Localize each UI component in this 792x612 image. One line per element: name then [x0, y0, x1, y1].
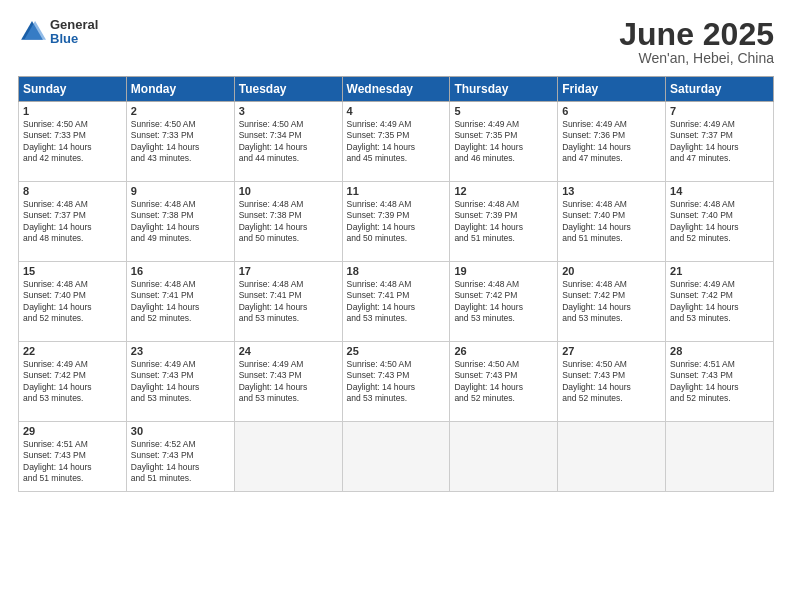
- day-cell: 30Sunrise: 4:52 AM Sunset: 7:43 PM Dayli…: [126, 422, 234, 492]
- day-number: 25: [347, 345, 446, 357]
- day-number: 7: [670, 105, 769, 117]
- day-info: Sunrise: 4:50 AM Sunset: 7:34 PM Dayligh…: [239, 119, 338, 165]
- day-number: 23: [131, 345, 230, 357]
- week-row-1: 1Sunrise: 4:50 AM Sunset: 7:33 PM Daylig…: [19, 102, 774, 182]
- day-cell: 27Sunrise: 4:50 AM Sunset: 7:43 PM Dayli…: [558, 342, 666, 422]
- day-cell: 23Sunrise: 4:49 AM Sunset: 7:43 PM Dayli…: [126, 342, 234, 422]
- day-info: Sunrise: 4:49 AM Sunset: 7:36 PM Dayligh…: [562, 119, 661, 165]
- day-number: 21: [670, 265, 769, 277]
- calendar: SundayMondayTuesdayWednesdayThursdayFrid…: [18, 76, 774, 492]
- day-number: 16: [131, 265, 230, 277]
- day-cell: [342, 422, 450, 492]
- day-cell: 17Sunrise: 4:48 AM Sunset: 7:41 PM Dayli…: [234, 262, 342, 342]
- day-number: 12: [454, 185, 553, 197]
- day-number: 8: [23, 185, 122, 197]
- logo-blue: Blue: [50, 32, 98, 46]
- day-info: Sunrise: 4:48 AM Sunset: 7:42 PM Dayligh…: [562, 279, 661, 325]
- day-cell: 3Sunrise: 4:50 AM Sunset: 7:34 PM Daylig…: [234, 102, 342, 182]
- logo-general: General: [50, 18, 98, 32]
- logo: General Blue: [18, 18, 98, 47]
- day-info: Sunrise: 4:49 AM Sunset: 7:35 PM Dayligh…: [347, 119, 446, 165]
- day-info: Sunrise: 4:48 AM Sunset: 7:40 PM Dayligh…: [23, 279, 122, 325]
- day-cell: 9Sunrise: 4:48 AM Sunset: 7:38 PM Daylig…: [126, 182, 234, 262]
- weekday-header-row: SundayMondayTuesdayWednesdayThursdayFrid…: [19, 77, 774, 102]
- day-info: Sunrise: 4:48 AM Sunset: 7:41 PM Dayligh…: [131, 279, 230, 325]
- day-info: Sunrise: 4:48 AM Sunset: 7:41 PM Dayligh…: [239, 279, 338, 325]
- title-block: June 2025 Wen'an, Hebei, China: [619, 18, 774, 66]
- day-cell: [558, 422, 666, 492]
- day-info: Sunrise: 4:48 AM Sunset: 7:39 PM Dayligh…: [347, 199, 446, 245]
- day-number: 2: [131, 105, 230, 117]
- day-number: 14: [670, 185, 769, 197]
- weekday-saturday: Saturday: [666, 77, 774, 102]
- day-info: Sunrise: 4:48 AM Sunset: 7:41 PM Dayligh…: [347, 279, 446, 325]
- day-info: Sunrise: 4:52 AM Sunset: 7:43 PM Dayligh…: [131, 439, 230, 485]
- day-cell: 5Sunrise: 4:49 AM Sunset: 7:35 PM Daylig…: [450, 102, 558, 182]
- day-info: Sunrise: 4:49 AM Sunset: 7:37 PM Dayligh…: [670, 119, 769, 165]
- day-cell: 1Sunrise: 4:50 AM Sunset: 7:33 PM Daylig…: [19, 102, 127, 182]
- day-number: 1: [23, 105, 122, 117]
- weekday-monday: Monday: [126, 77, 234, 102]
- month-title: June 2025: [619, 18, 774, 50]
- day-info: Sunrise: 4:50 AM Sunset: 7:43 PM Dayligh…: [454, 359, 553, 405]
- day-number: 6: [562, 105, 661, 117]
- day-cell: 2Sunrise: 4:50 AM Sunset: 7:33 PM Daylig…: [126, 102, 234, 182]
- day-number: 26: [454, 345, 553, 357]
- day-cell: 13Sunrise: 4:48 AM Sunset: 7:40 PM Dayli…: [558, 182, 666, 262]
- day-cell: 8Sunrise: 4:48 AM Sunset: 7:37 PM Daylig…: [19, 182, 127, 262]
- day-info: Sunrise: 4:49 AM Sunset: 7:35 PM Dayligh…: [454, 119, 553, 165]
- day-number: 10: [239, 185, 338, 197]
- week-row-3: 15Sunrise: 4:48 AM Sunset: 7:40 PM Dayli…: [19, 262, 774, 342]
- day-number: 13: [562, 185, 661, 197]
- day-info: Sunrise: 4:48 AM Sunset: 7:40 PM Dayligh…: [562, 199, 661, 245]
- day-number: 17: [239, 265, 338, 277]
- day-cell: [450, 422, 558, 492]
- day-info: Sunrise: 4:50 AM Sunset: 7:43 PM Dayligh…: [562, 359, 661, 405]
- day-cell: 18Sunrise: 4:48 AM Sunset: 7:41 PM Dayli…: [342, 262, 450, 342]
- day-info: Sunrise: 4:48 AM Sunset: 7:38 PM Dayligh…: [131, 199, 230, 245]
- weekday-wednesday: Wednesday: [342, 77, 450, 102]
- day-cell: 4Sunrise: 4:49 AM Sunset: 7:35 PM Daylig…: [342, 102, 450, 182]
- day-cell: [666, 422, 774, 492]
- day-cell: 14Sunrise: 4:48 AM Sunset: 7:40 PM Dayli…: [666, 182, 774, 262]
- day-number: 28: [670, 345, 769, 357]
- day-number: 18: [347, 265, 446, 277]
- weekday-sunday: Sunday: [19, 77, 127, 102]
- day-number: 27: [562, 345, 661, 357]
- day-info: Sunrise: 4:49 AM Sunset: 7:43 PM Dayligh…: [131, 359, 230, 405]
- day-cell: 22Sunrise: 4:49 AM Sunset: 7:42 PM Dayli…: [19, 342, 127, 422]
- day-info: Sunrise: 4:50 AM Sunset: 7:33 PM Dayligh…: [131, 119, 230, 165]
- day-info: Sunrise: 4:50 AM Sunset: 7:43 PM Dayligh…: [347, 359, 446, 405]
- day-cell: 29Sunrise: 4:51 AM Sunset: 7:43 PM Dayli…: [19, 422, 127, 492]
- day-info: Sunrise: 4:48 AM Sunset: 7:37 PM Dayligh…: [23, 199, 122, 245]
- day-info: Sunrise: 4:49 AM Sunset: 7:42 PM Dayligh…: [670, 279, 769, 325]
- day-info: Sunrise: 4:49 AM Sunset: 7:42 PM Dayligh…: [23, 359, 122, 405]
- day-cell: 16Sunrise: 4:48 AM Sunset: 7:41 PM Dayli…: [126, 262, 234, 342]
- week-row-5: 29Sunrise: 4:51 AM Sunset: 7:43 PM Dayli…: [19, 422, 774, 492]
- weekday-thursday: Thursday: [450, 77, 558, 102]
- day-cell: 21Sunrise: 4:49 AM Sunset: 7:42 PM Dayli…: [666, 262, 774, 342]
- day-number: 15: [23, 265, 122, 277]
- day-cell: 15Sunrise: 4:48 AM Sunset: 7:40 PM Dayli…: [19, 262, 127, 342]
- week-row-4: 22Sunrise: 4:49 AM Sunset: 7:42 PM Dayli…: [19, 342, 774, 422]
- day-cell: 12Sunrise: 4:48 AM Sunset: 7:39 PM Dayli…: [450, 182, 558, 262]
- weekday-friday: Friday: [558, 77, 666, 102]
- header: General Blue June 2025 Wen'an, Hebei, Ch…: [18, 18, 774, 66]
- day-number: 24: [239, 345, 338, 357]
- logo-text: General Blue: [50, 18, 98, 47]
- day-cell: 26Sunrise: 4:50 AM Sunset: 7:43 PM Dayli…: [450, 342, 558, 422]
- day-cell: 20Sunrise: 4:48 AM Sunset: 7:42 PM Dayli…: [558, 262, 666, 342]
- location: Wen'an, Hebei, China: [619, 50, 774, 66]
- day-number: 4: [347, 105, 446, 117]
- day-info: Sunrise: 4:48 AM Sunset: 7:38 PM Dayligh…: [239, 199, 338, 245]
- day-cell: 7Sunrise: 4:49 AM Sunset: 7:37 PM Daylig…: [666, 102, 774, 182]
- week-row-2: 8Sunrise: 4:48 AM Sunset: 7:37 PM Daylig…: [19, 182, 774, 262]
- day-info: Sunrise: 4:50 AM Sunset: 7:33 PM Dayligh…: [23, 119, 122, 165]
- day-number: 11: [347, 185, 446, 197]
- day-info: Sunrise: 4:48 AM Sunset: 7:40 PM Dayligh…: [670, 199, 769, 245]
- day-info: Sunrise: 4:51 AM Sunset: 7:43 PM Dayligh…: [23, 439, 122, 485]
- day-cell: 24Sunrise: 4:49 AM Sunset: 7:43 PM Dayli…: [234, 342, 342, 422]
- day-number: 5: [454, 105, 553, 117]
- logo-icon: [18, 18, 46, 46]
- day-info: Sunrise: 4:51 AM Sunset: 7:43 PM Dayligh…: [670, 359, 769, 405]
